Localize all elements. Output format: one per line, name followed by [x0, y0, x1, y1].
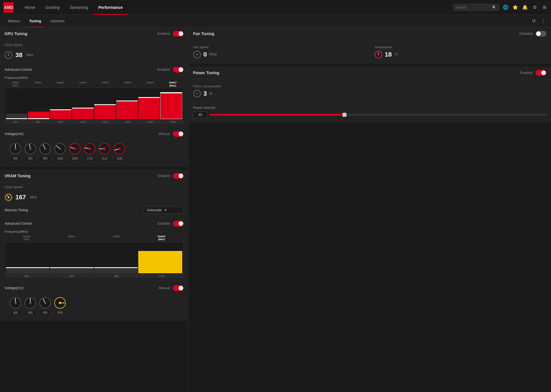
vram-freq-state-labels: State0(Min) State1 State2 State3(Max) [5, 235, 184, 242]
vram-dial-1[interactable] [24, 297, 37, 309]
power-consumption-dial [193, 90, 201, 98]
gpu-dial-4[interactable] [69, 142, 81, 155]
gpu-voltage-toggle[interactable] [173, 131, 184, 137]
vram-bar-0 [6, 267, 49, 273]
gpu-voltage-val-5: 1100 [85, 156, 95, 161]
gpu-voltage-dials: 800 900 [5, 139, 184, 164]
vram-voltage-header: Voltage(mV) Manual [5, 283, 184, 293]
gpu-tuning-toggle[interactable] [173, 31, 184, 37]
gpu-bar-0 [6, 114, 27, 119]
left-panel: GPU Tuning Enabled Clock Speed 38 MHz [0, 27, 189, 392]
gpu-dial-7[interactable] [113, 142, 126, 155]
temperature-label: Temperature [374, 45, 546, 49]
gpu-voltage-dial-7: 1200 [113, 142, 126, 161]
gpu-bar-1 [28, 112, 49, 119]
gpu-state2-label: State2 [49, 81, 71, 87]
fan-tuning-header: Fan Tuning Disabled [189, 27, 551, 40]
search-input[interactable] [456, 5, 490, 9]
gpu-state7-label: State7(Max) [162, 81, 184, 87]
vram-voltage-title: Voltage(mV) [5, 286, 159, 290]
svg-point-27 [44, 302, 46, 304]
gpu-freq-bars [5, 88, 184, 119]
gpu-clock-speed-row: Clock Speed [0, 40, 188, 51]
search-box[interactable]: 🔍 [453, 4, 499, 11]
vram-voltage-toggle[interactable] [173, 285, 184, 291]
svg-point-6 [29, 148, 31, 150]
vram-advanced-toggle[interactable] [173, 221, 184, 226]
gpu-state3-label: State3 [72, 81, 94, 87]
gpu-clock-dial [5, 51, 13, 59]
gpu-frequency-chart-container: State0(Min) State1 State2 State3 State4 … [5, 81, 184, 124]
gpu-dial-6[interactable] [98, 142, 111, 155]
vram-voltage-section: Voltage(mV) Manual 8 [0, 280, 188, 321]
vram-clock-speed-row: Clock Speed [0, 182, 188, 193]
refresh-icon[interactable]: ↺ [530, 18, 537, 24]
vram-freq-bars [5, 242, 184, 274]
fan-tuning-toggle[interactable] [536, 31, 546, 37]
fan-tuning-status: Disabled [519, 32, 533, 36]
nav-performance[interactable]: Performance [93, 0, 128, 15]
memory-timing-value: Automatic [147, 208, 163, 212]
gpu-dial-1[interactable] [24, 142, 37, 155]
gpu-freq-val-3: 1152 [72, 120, 94, 124]
power-tuning-toggle[interactable] [536, 70, 546, 76]
gpu-dial-2[interactable] [39, 142, 51, 155]
gpu-dial-5[interactable] [83, 142, 96, 155]
gpu-voltage-val-2: 950 [40, 156, 50, 161]
nav-streaming[interactable]: Streaming [65, 0, 93, 15]
memory-timing-dropdown[interactable]: Automatic ▾ [144, 207, 184, 214]
nav-gaming[interactable]: Gaming [40, 0, 65, 15]
star-icon[interactable]: ⭐ [512, 4, 518, 11]
temperature-value: 18 [385, 51, 392, 58]
gpu-state0-label: State0(Min) [5, 81, 27, 87]
vram-voltage-dial-1: 800 [24, 297, 37, 315]
power-limit-thumb[interactable] [342, 113, 346, 117]
gpu-clock-number: 38 [15, 51, 22, 59]
gpu-voltage-dial-3: 1000 [54, 142, 66, 161]
tab-advisors[interactable]: Advisors [47, 15, 68, 27]
vram-voltage-dial-0: 800 [9, 297, 22, 315]
more-icon[interactable]: ⋮ [540, 18, 546, 24]
gpu-dial-3[interactable] [54, 142, 66, 155]
vram-dial-3[interactable] [54, 297, 66, 309]
globe-icon[interactable]: 🌐 [502, 4, 509, 11]
slider-row [193, 112, 546, 118]
bell-icon[interactable]: 🔔 [522, 4, 528, 11]
vram-voltage-val-1: 800 [25, 310, 35, 315]
sub-nav: Metrics Tuning Advisors ↺ ⋮ [0, 15, 551, 27]
temperature-dial [374, 51, 382, 59]
nav-home[interactable]: Home [19, 0, 40, 15]
gpu-state4-label: State4 [95, 81, 117, 87]
vram-state1-label: State1 [49, 235, 94, 241]
gpu-advanced-toggle[interactable] [173, 67, 184, 73]
gpu-voltage-val-7: 1200 [114, 156, 125, 161]
vram-voltage-val-2: 950 [40, 310, 50, 315]
svg-point-4 [14, 148, 17, 150]
fan-speed-unit: RPM [209, 53, 217, 57]
gpu-tuning-card: GPU Tuning Enabled Clock Speed 38 MHz [0, 27, 188, 167]
vram-clock-dial [5, 193, 13, 201]
vram-tuning-toggle[interactable] [173, 173, 184, 179]
fan-tuning-card: Fan Tuning Disabled Fan Speed 0 [189, 27, 551, 64]
tab-metrics[interactable]: Metrics [5, 15, 23, 27]
vram-clock-unit: MHz [30, 195, 37, 199]
gpu-bar-5 [116, 100, 138, 119]
grid-icon[interactable]: ⊞ [541, 4, 548, 11]
gpu-freq-val-2: 1052 [49, 120, 71, 124]
power-limit-input[interactable] [193, 112, 207, 118]
vram-bar-3 [138, 251, 182, 273]
vram-dial-0[interactable] [9, 297, 22, 309]
power-limit-slider-track[interactable] [210, 114, 546, 116]
gpu-tuning-title: GPU Tuning [5, 31, 157, 36]
tab-tuning[interactable]: Tuning [26, 15, 45, 27]
gpu-dial-0[interactable] [9, 142, 22, 155]
power-metrics-row: Power Consumption 3 W [189, 79, 551, 103]
vram-state3-label: State3(Max) [139, 235, 184, 241]
gpu-freq-val-7: 1700 [162, 120, 184, 124]
amd-logo: AMD [3, 2, 14, 13]
svg-point-14 [89, 148, 91, 150]
svg-point-31 [196, 54, 198, 56]
vram-dial-2[interactable] [39, 297, 51, 309]
gear-icon[interactable]: ⚙ [532, 4, 538, 11]
temperature-value-row: 18 °C [374, 51, 546, 59]
